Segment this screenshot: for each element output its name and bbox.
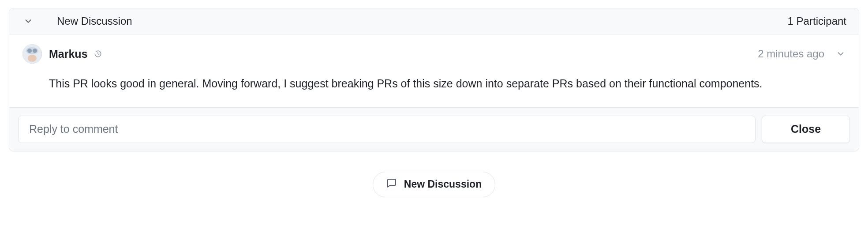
discussion-title: New Discussion <box>57 15 132 27</box>
discussion-panel: New Discussion 1 Participant <box>9 8 859 151</box>
participant-count: 1 Participant <box>788 15 846 27</box>
comment-timestamp: 2 minutes ago <box>758 48 824 60</box>
svg-point-2 <box>27 49 32 53</box>
close-button[interactable]: Close <box>762 116 850 143</box>
new-discussion-label: New Discussion <box>404 178 482 190</box>
svg-point-4 <box>28 55 37 62</box>
avatar[interactable] <box>22 44 42 64</box>
comment-icon <box>386 178 397 191</box>
svg-point-3 <box>33 49 37 53</box>
chevron-down-icon[interactable] <box>836 49 846 59</box>
reply-input[interactable] <box>18 116 756 143</box>
comment-author[interactable]: Markus <box>49 48 88 60</box>
chevron-down-icon[interactable] <box>22 15 35 28</box>
history-icon[interactable] <box>94 50 102 58</box>
discussion-header: New Discussion 1 Participant <box>9 8 859 34</box>
reply-row: Close <box>9 108 859 151</box>
comment-header: Markus 2 minutes ago <box>22 44 846 64</box>
new-discussion-button[interactable]: New Discussion <box>373 172 495 197</box>
comment-item: Markus 2 minutes ago This PR looks good … <box>9 34 859 108</box>
comment-body: This PR looks good in general. Moving fo… <box>49 75 846 92</box>
